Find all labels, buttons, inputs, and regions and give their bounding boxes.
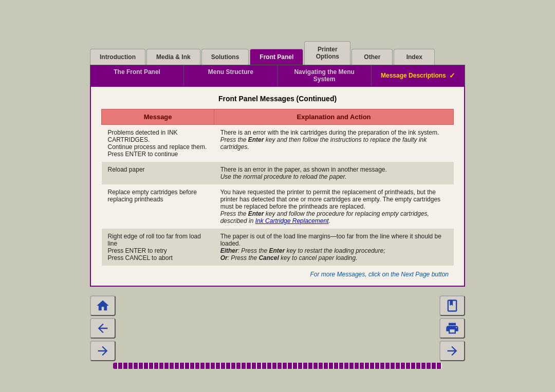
next-icon	[445, 344, 459, 358]
exp-cell-4: The paper is out of the load line margin…	[214, 229, 454, 266]
print-button[interactable]	[439, 318, 465, 339]
content-area: Front Panel Messages (Continued) Message…	[90, 86, 465, 287]
back-button[interactable]	[90, 318, 116, 339]
msg-cell-2: Reload paper	[102, 162, 214, 184]
table-row: Reload paper There is an error in the pa…	[102, 162, 454, 184]
home-button[interactable]	[90, 295, 116, 316]
tabs-row: Introduction Media & Ink Solutions Front…	[90, 41, 465, 65]
table-row: Replace empty cartridges before replacin…	[102, 184, 454, 229]
col-message-header: Message	[102, 109, 214, 124]
msg-cell-1: Problems detected in INK CARTRIDGES. Con…	[102, 124, 214, 162]
back-icon	[96, 321, 110, 335]
subtab-message-descriptions[interactable]: Message Descriptions ✓	[372, 65, 465, 86]
book-icon	[445, 298, 459, 313]
ink-cartridge-link[interactable]: Ink Cartridge Replacement	[255, 217, 329, 225]
subtab-navigating[interactable]: Navigating the Menu System	[278, 65, 372, 86]
msg-cell-4: Right edge of roll too far from load lin…	[102, 229, 214, 266]
exp-cell-1: There is an error with the ink cartridge…	[214, 124, 454, 162]
tab-printer-options[interactable]: Printer Options	[304, 41, 350, 65]
bottom-left-nav	[90, 295, 116, 361]
arrow-right-icon	[96, 344, 110, 358]
book-button[interactable]	[439, 295, 465, 316]
subtab-menu-structure[interactable]: Menu Structure	[184, 65, 278, 86]
decorative-border	[113, 363, 442, 369]
next-page-note: For more Messages, click on the Next Pag…	[101, 271, 454, 278]
subtabs-bar: The Front Panel Menu Structure Navigatin…	[90, 65, 465, 86]
home-icon	[96, 298, 110, 313]
forward-left-button[interactable]	[90, 341, 116, 361]
checkmark-icon: ✓	[449, 71, 455, 80]
tab-front-panel[interactable]: Front Panel	[250, 49, 303, 65]
tab-media-ink[interactable]: Media & Ink	[146, 49, 200, 65]
bottom-right-nav	[439, 295, 465, 361]
printer-icon	[445, 321, 459, 335]
subtab-front-panel[interactable]: The Front Panel	[90, 65, 184, 86]
next-button[interactable]	[439, 341, 465, 361]
tab-introduction[interactable]: Introduction	[90, 49, 145, 65]
msg-cell-3: Replace empty cartridges before replacin…	[102, 184, 214, 229]
table-row: Problems detected in INK CARTRIDGES. Con…	[102, 124, 454, 162]
messages-table: Message Explanation and Action Problems …	[101, 109, 454, 266]
exp-cell-3: You have requested the printer to permit…	[214, 184, 454, 229]
exp-cell-2: There is an error in the paper, as shown…	[214, 162, 454, 184]
table-row: Right edge of roll too far from load lin…	[102, 229, 454, 266]
col-explanation-header: Explanation and Action	[214, 109, 454, 124]
tab-solutions[interactable]: Solutions	[201, 49, 249, 65]
tab-other[interactable]: Other	[351, 49, 393, 65]
tab-index[interactable]: Index	[394, 49, 435, 65]
content-title: Front Panel Messages (Continued)	[101, 95, 454, 103]
